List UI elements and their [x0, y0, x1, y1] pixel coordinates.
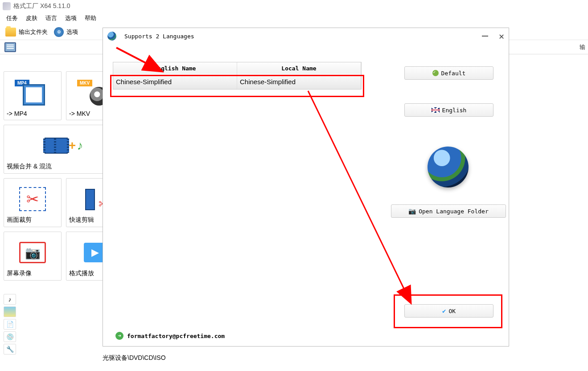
email-text: formatfactory@pcfreetime.com	[127, 333, 225, 339]
close-button[interactable]: ✕	[499, 31, 504, 41]
default-button[interactable]: Default	[404, 66, 493, 80]
menu-language[interactable]: 语言	[45, 14, 57, 22]
email-link[interactable]: ➜ formatfactory@pcfreetime.com	[115, 332, 225, 340]
title-bar: 格式工厂 X64 5.11.0	[0, 0, 588, 12]
tile-player-label: 格式播放	[69, 269, 94, 277]
video-tab-icon[interactable]	[4, 42, 16, 52]
default-button-label: Default	[441, 70, 466, 77]
open-folder-label: Open Language Folder	[419, 208, 489, 215]
minimize-button[interactable]	[482, 36, 488, 37]
tile-mkv-label: -> MKV	[69, 110, 90, 117]
tile-mp4-label: -> MP4	[7, 110, 27, 117]
language-table: English Name Local Name Chinese-Simplifi…	[113, 62, 362, 90]
ok-button-label: OK	[448, 308, 456, 314]
tile-record-label: 屏幕录像	[7, 269, 32, 277]
svg-line-3	[308, 91, 411, 302]
globe-icon	[107, 32, 116, 41]
language-dialog: Supports 2 Languages ✕ English Name Loca…	[103, 28, 509, 347]
folder-icon[interactable]	[5, 28, 16, 37]
tile-fastcut-label: 快速剪辑	[69, 216, 94, 224]
ok-button[interactable]: ✔ OK	[404, 304, 493, 318]
window-title: 格式工厂 X64 5.11.0	[13, 2, 70, 10]
tile-mp4[interactable]: -> MP4	[4, 71, 62, 120]
mp4-icon	[17, 80, 48, 106]
check-icon	[432, 70, 439, 76]
menu-help[interactable]: 帮助	[85, 14, 96, 22]
dialog-titlebar: Supports 2 Languages ✕	[103, 28, 509, 44]
options-label[interactable]: 选项	[66, 28, 78, 36]
merge-icon: +♪	[44, 133, 84, 159]
tile-crop[interactable]: ✂ 画面裁剪	[4, 178, 62, 227]
menu-skin[interactable]: 皮肤	[26, 14, 37, 22]
menu-bar: 任务 皮肤 语言 选项 帮助	[0, 12, 588, 24]
tick-icon: ✔	[442, 307, 446, 314]
cell-local-name: Chinese-Simplified	[237, 74, 361, 89]
globe-large-icon	[428, 147, 469, 188]
col-english-name[interactable]: English Name	[113, 62, 237, 74]
english-button-label: English	[442, 107, 467, 114]
image-icon[interactable]	[4, 306, 16, 317]
app-icon	[3, 2, 11, 10]
bottom-category-label[interactable]: 光驱设备\DVD\CD\ISO	[103, 354, 166, 362]
open-language-folder-button[interactable]: 📷 Open Language Folder	[391, 204, 506, 218]
record-icon: 📷	[19, 242, 46, 263]
menu-options[interactable]: 选项	[65, 14, 77, 22]
table-row[interactable]: Chinese-Simplified Chinese-Simplified	[113, 74, 361, 89]
right-tab-text[interactable]: 输	[580, 43, 588, 51]
tile-merge-label: 视频合并 & 混流	[7, 163, 52, 171]
arrow-circle-icon: ➜	[115, 332, 123, 340]
folder-small-icon: 📷	[408, 208, 416, 215]
cell-english-name: Chinese-Simplified	[113, 74, 237, 89]
tile-crop-label: 画面裁剪	[7, 216, 32, 224]
gear-icon[interactable]: ⚙	[54, 27, 64, 37]
toolbox-icon[interactable]: 🔧	[4, 344, 16, 355]
uk-flag-icon	[432, 107, 440, 113]
disc-icon[interactable]: 💿	[4, 331, 16, 342]
document-icon[interactable]: 📄	[4, 319, 16, 330]
tile-record[interactable]: 📷 屏幕录像	[4, 232, 62, 281]
dialog-title: Supports 2 Languages	[124, 33, 194, 40]
audio-icon[interactable]: ♪	[4, 294, 16, 305]
menu-task[interactable]: 任务	[6, 14, 18, 22]
left-mini-icons: ♪ 📄 💿 🔧	[4, 294, 16, 355]
crop-icon: ✂	[19, 187, 46, 211]
output-folder-label[interactable]: 输出文件夹	[19, 28, 48, 36]
english-button[interactable]: English	[404, 103, 493, 117]
col-local-name[interactable]: Local Name	[237, 62, 361, 74]
